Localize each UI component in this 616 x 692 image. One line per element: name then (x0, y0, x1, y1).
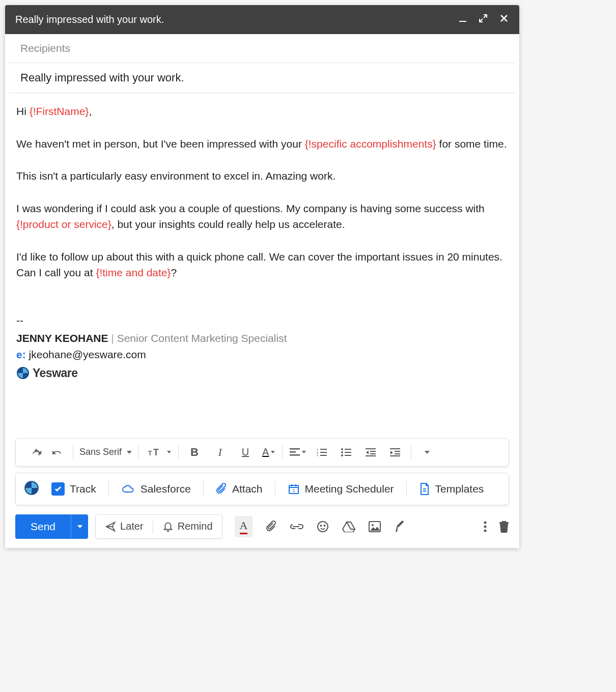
merge-product: {!product or service} (16, 218, 111, 230)
chevron-down-icon[interactable] (167, 451, 171, 453)
svg-text:1: 1 (292, 488, 295, 493)
window-title: Really impressed with your work. (15, 14, 164, 25)
svg-rect-21 (370, 453, 376, 454)
discard-draft-icon[interactable] (499, 521, 509, 533)
svg-point-34 (372, 524, 374, 526)
titlebar-actions (458, 13, 509, 26)
meeting-label: Meeting Scheduler (305, 483, 394, 495)
merge-time: {!time and date} (96, 267, 171, 278)
drive-icon[interactable] (342, 521, 355, 532)
insert-photo-icon[interactable] (369, 521, 381, 532)
bullet-list-icon[interactable] (338, 444, 355, 461)
svg-point-37 (484, 529, 487, 532)
svg-rect-11 (320, 452, 327, 453)
signature-title: Senior Content Marketing Specialist (117, 332, 287, 344)
paperclip-icon (216, 483, 227, 495)
later-label: Later (120, 521, 144, 532)
svg-rect-18 (345, 455, 351, 456)
font-family-label: Sans Serif (79, 447, 122, 457)
svg-point-30 (318, 522, 328, 532)
text-format-icon[interactable]: A (235, 516, 253, 537)
indent-increase-icon[interactable] (386, 444, 404, 461)
p1-text-b: for some time. (436, 138, 507, 150)
send-dropdown[interactable] (71, 514, 88, 539)
bottom-action-icons: A (235, 514, 479, 539)
bottom-bar: Send Later Remind A (5, 514, 519, 548)
font-family-select[interactable]: Sans Serif (75, 445, 136, 459)
minimize-icon[interactable] (458, 14, 467, 25)
templates-label: Templates (435, 483, 484, 495)
remind-button[interactable]: Remind (153, 515, 222, 538)
salesforce-label: Salesforce (141, 483, 191, 495)
email-body[interactable]: Hi {!FirstName}, We haven't met in perso… (5, 93, 519, 397)
templates-button[interactable]: Templates (416, 482, 487, 496)
bold-icon[interactable]: B (186, 444, 203, 461)
p3-text-b: , but your insights could really help us… (111, 218, 345, 230)
svg-point-14 (341, 451, 343, 453)
svg-point-15 (341, 454, 343, 456)
body-p1: We haven't met in person, but I've been … (16, 136, 508, 152)
svg-rect-25 (395, 453, 400, 454)
recipients-row[interactable]: Recipients (9, 34, 515, 63)
svg-text:T: T (153, 447, 159, 457)
underline-icon[interactable]: U (237, 444, 254, 461)
close-icon[interactable] (499, 13, 509, 26)
align-icon[interactable] (290, 444, 306, 461)
signature-line1: JENNY KEOHANE | Senior Content Marketing… (16, 330, 508, 347)
recipients-placeholder: Recipients (20, 42, 70, 54)
send-button[interactable]: Send (15, 514, 71, 539)
font-size-icon[interactable]: TT (146, 444, 163, 461)
expand-icon[interactable] (479, 14, 488, 25)
text-color-icon[interactable]: A (262, 444, 275, 461)
attach-button[interactable]: Attach (213, 483, 266, 495)
svg-rect-16 (345, 449, 351, 450)
cloud-icon (121, 484, 135, 494)
yesware-logo: Yesware (16, 364, 508, 382)
more-options-icon[interactable] (484, 521, 487, 532)
svg-rect-19 (366, 448, 376, 449)
p1-text-a: We haven't met in person, but I've been … (16, 138, 305, 150)
bottom-right-actions (484, 514, 509, 539)
redo-icon[interactable] (48, 444, 66, 461)
titlebar: Really impressed with your work. (5, 5, 519, 34)
track-label: Track (70, 483, 96, 495)
svg-point-13 (341, 448, 343, 450)
svg-text:T: T (148, 450, 152, 457)
track-toggle[interactable]: Track (48, 482, 99, 496)
salesforce-button[interactable]: Salesforce (118, 483, 194, 495)
insert-link-icon[interactable] (290, 523, 303, 530)
yesware-logo-icon (16, 366, 30, 380)
indent-decrease-icon[interactable] (362, 444, 379, 461)
remind-label: Remind (178, 521, 213, 532)
numbered-list-icon[interactable]: 123 (313, 444, 330, 461)
merge-accomplishments: {!specific accomplishments} (305, 138, 436, 150)
yesware-icon[interactable] (24, 480, 39, 498)
p3-text-a: I was wondering if I could ask you a cou… (16, 203, 485, 214)
svg-rect-6 (290, 454, 300, 456)
attach-file-icon[interactable] (266, 520, 277, 533)
send-later-button[interactable]: Later (96, 515, 153, 538)
signature-line2: e: jkeohane@yesware.com (16, 347, 508, 363)
confidential-mode-icon[interactable] (394, 521, 404, 533)
checkbox-checked-icon (51, 482, 65, 496)
calendar-icon: 1 (288, 483, 300, 495)
svg-rect-10 (320, 449, 327, 450)
emoji-icon[interactable] (317, 521, 329, 533)
bell-icon (162, 521, 174, 532)
svg-rect-26 (390, 455, 400, 456)
svg-point-36 (484, 525, 487, 528)
chevron-down-icon (77, 525, 82, 528)
italic-icon[interactable]: I (211, 444, 229, 461)
undo-icon[interactable] (28, 444, 45, 461)
svg-rect-24 (395, 451, 400, 452)
subject-text: Really impressed with your work. (20, 71, 184, 84)
signature-separator: | (108, 332, 117, 344)
subject-row[interactable]: Really impressed with your work. (9, 63, 515, 93)
format-toolbar: Sans Serif TT B I U A 1 (15, 438, 509, 467)
signature-divider: -- (16, 312, 508, 329)
p4-text-b: ? (171, 267, 177, 278)
more-formatting-icon[interactable] (418, 444, 436, 461)
document-icon (419, 482, 430, 496)
svg-point-35 (484, 521, 487, 524)
meeting-scheduler-button[interactable]: 1 Meeting Scheduler (285, 483, 397, 495)
